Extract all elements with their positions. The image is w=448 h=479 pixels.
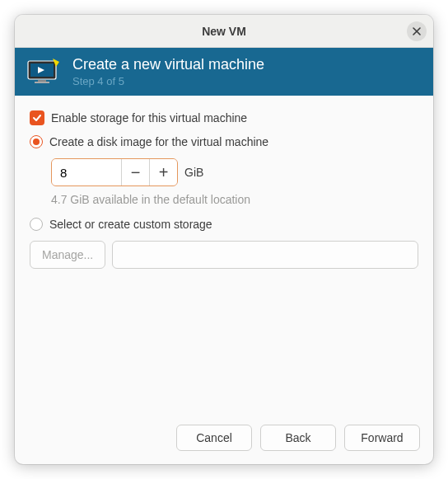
titlebar: New VM — [15, 15, 433, 48]
create-image-label: Create a disk image for the virtual mach… — [49, 135, 268, 148]
svg-rect-4 — [35, 82, 49, 83]
close-icon — [412, 26, 422, 36]
window-title: New VM — [202, 25, 246, 38]
disk-size-spinner[interactable]: − + — [51, 158, 178, 186]
back-button[interactable]: Back — [260, 425, 336, 451]
wizard-header: Create a new virtual machine Step 4 of 5 — [15, 48, 433, 96]
enable-storage-row[interactable]: Enable storage for this virtual machine — [30, 110, 418, 125]
size-unit-label: GiB — [184, 166, 203, 179]
custom-storage-label: Select or create custom storage — [49, 218, 212, 231]
manage-storage-button[interactable]: Manage... — [30, 241, 105, 269]
close-button[interactable] — [407, 21, 427, 41]
enable-storage-checkbox[interactable] — [30, 110, 44, 125]
svg-rect-3 — [38, 80, 46, 82]
wizard-footer: Cancel Back Forward — [15, 415, 433, 464]
enable-storage-label: Enable storage for this virtual machine — [51, 111, 247, 124]
custom-storage-row[interactable]: Select or create custom storage — [30, 218, 418, 231]
vm-monitor-icon — [26, 59, 63, 85]
disk-size-input[interactable] — [52, 159, 121, 185]
check-icon — [32, 113, 42, 123]
cancel-button[interactable]: Cancel — [176, 425, 252, 451]
forward-button[interactable]: Forward — [344, 425, 420, 451]
custom-storage-radio[interactable] — [30, 218, 43, 231]
decrement-button[interactable]: − — [121, 159, 149, 185]
custom-storage-path-input[interactable] — [112, 241, 418, 269]
available-space-hint: 4.7 GiB available in the default locatio… — [51, 193, 418, 206]
dialog-window: New VM Create a new virtual machine Step… — [15, 15, 433, 464]
increment-button[interactable]: + — [149, 159, 177, 185]
create-image-row[interactable]: Create a disk image for the virtual mach… — [30, 135, 418, 148]
wizard-title: Create a new virtual machine — [72, 56, 264, 73]
wizard-content: Enable storage for this virtual machine … — [15, 96, 433, 415]
create-image-radio[interactable] — [30, 135, 43, 148]
wizard-step: Step 4 of 5 — [72, 75, 264, 87]
